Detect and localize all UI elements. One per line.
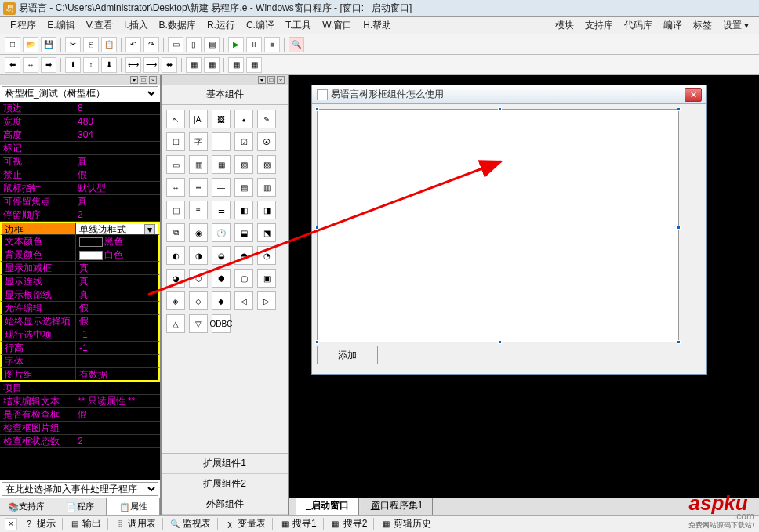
layout2-button[interactable]: ▯ xyxy=(186,37,202,52)
palette-item[interactable]: 字 xyxy=(189,132,208,151)
menu-item[interactable]: 模块 xyxy=(550,18,579,32)
property-value[interactable]: 白色 xyxy=(76,248,158,261)
layout1-button[interactable]: ▭ xyxy=(168,37,183,52)
event-selector[interactable]: 在此处选择加入事件处理子程序 xyxy=(2,482,158,496)
left-tab[interactable]: 📄程序 xyxy=(53,498,107,515)
palette-item[interactable]: ⦿ xyxy=(257,132,276,151)
palette-item[interactable]: ▥ xyxy=(257,178,276,197)
bottom-tab[interactable]: ?提示 xyxy=(19,516,60,532)
pause-button[interactable]: ⏸ xyxy=(246,37,262,52)
palette-item[interactable]: — xyxy=(212,178,231,197)
design-form-window[interactable]: 易语言树形框组件怎么使用 ✕ 添加 xyxy=(311,85,707,375)
palette-item[interactable]: 🕐 xyxy=(212,223,231,242)
left-tab[interactable]: 📚支持库 xyxy=(0,498,53,515)
property-row[interactable]: 高度304 xyxy=(0,128,160,142)
palette-item[interactable]: ☰ xyxy=(212,201,231,219)
palette-item[interactable]: ◑ xyxy=(189,246,208,265)
palette-item[interactable]: ▨ xyxy=(257,155,276,174)
palette-item[interactable]: ☐ xyxy=(166,132,185,151)
property-value[interactable] xyxy=(74,382,160,394)
palette-close-icon[interactable]: × xyxy=(277,76,285,84)
property-row[interactable]: 宽度480 xyxy=(0,115,160,128)
same-size-button[interactable]: ⬌ xyxy=(162,57,177,73)
palette-item[interactable]: ⬔ xyxy=(257,223,276,242)
align-left-button[interactable]: ⬅ xyxy=(5,57,20,73)
bottom-tab[interactable]: χ变量表 xyxy=(220,516,271,532)
menu-item[interactable]: W.窗口 xyxy=(317,18,358,32)
palette-category-tab[interactable]: 扩展组件2 xyxy=(162,474,288,494)
property-row[interactable]: 禁止假 xyxy=(0,168,160,182)
property-value[interactable]: 2 xyxy=(74,435,160,447)
left-tab[interactable]: 📋属性 xyxy=(107,498,160,515)
palette-item[interactable]: ▣ xyxy=(257,269,276,288)
same-height-button[interactable]: ⟶ xyxy=(143,57,159,73)
property-row[interactable]: 行高-1 xyxy=(0,342,160,355)
property-value[interactable]: 假 xyxy=(76,315,158,328)
bottom-tab[interactable]: ▦搜寻1 xyxy=(274,516,321,532)
align-right-button[interactable]: ➡ xyxy=(41,57,56,73)
palette-max-icon[interactable]: □ xyxy=(267,76,275,84)
property-value[interactable]: 真 xyxy=(76,288,158,301)
palette-item[interactable]: ↔ xyxy=(166,178,185,197)
align-middle-button[interactable]: ↕ xyxy=(83,57,99,73)
bottom-close-button[interactable]: × xyxy=(5,518,17,530)
menu-item[interactable]: 支持库 xyxy=(579,18,619,32)
grid2-button[interactable]: ▦ xyxy=(204,57,220,73)
bottom-tab[interactable]: ⦙⦙⦙调用表 xyxy=(110,516,161,532)
find-button[interactable]: 🔍 xyxy=(289,37,304,52)
palette-category-tab[interactable]: 扩展组件1 xyxy=(162,454,288,474)
palette-item[interactable]: ▤ xyxy=(234,178,253,197)
palette-item[interactable]: ⬧ xyxy=(234,110,253,128)
property-value[interactable]: -1 xyxy=(76,342,158,354)
palette-item[interactable]: ≡ xyxy=(189,201,208,219)
menu-item[interactable]: R.运行 xyxy=(202,18,241,32)
palette-item[interactable]: ◔ xyxy=(257,246,276,265)
designer-tab[interactable]: 窗口程序集1 xyxy=(361,496,434,515)
menu-item[interactable]: E.编辑 xyxy=(42,18,80,32)
palette-item[interactable]: ▷ xyxy=(257,291,276,310)
panel-pin-icon[interactable]: ▾ xyxy=(130,76,138,84)
property-row[interactable]: 始终显示选择项假 xyxy=(0,315,160,328)
dropdown-icon[interactable]: ▾ xyxy=(144,224,155,234)
palette-item[interactable]: ◁ xyxy=(234,291,253,310)
property-value[interactable] xyxy=(74,142,160,154)
property-row[interactable]: 图片组有数据 xyxy=(0,368,160,382)
property-value[interactable]: ** 只读属性 ** xyxy=(74,395,160,407)
property-row[interactable]: 显示加减框真 xyxy=(0,262,160,275)
grid4-button[interactable]: ▦ xyxy=(246,57,262,73)
menu-item[interactable]: I.插入 xyxy=(118,18,154,32)
palette-item[interactable]: ┅ xyxy=(189,178,208,197)
palette-item[interactable]: ◨ xyxy=(257,201,276,219)
run-button[interactable]: ▶ xyxy=(228,37,244,52)
palette-item[interactable]: ✎ xyxy=(257,110,276,128)
palette-item[interactable]: ▢ xyxy=(234,269,253,288)
palette-item[interactable]: ▽ xyxy=(189,314,208,333)
property-value[interactable]: 单线边框式▾ xyxy=(76,223,158,234)
palette-item[interactable]: ◇ xyxy=(189,291,208,310)
palette-item[interactable]: ⬓ xyxy=(234,223,253,242)
palette-item[interactable]: — xyxy=(212,132,231,151)
menu-item[interactable]: 标签 xyxy=(688,18,717,32)
palette-item[interactable]: ▧ xyxy=(234,155,253,174)
align-bottom-button[interactable]: ⬇ xyxy=(101,57,117,73)
property-value[interactable]: 假 xyxy=(74,168,160,181)
property-row[interactable]: 文本颜色黑色 xyxy=(0,235,160,248)
property-row[interactable]: 鼠标指针默认型 xyxy=(0,182,160,195)
palette-item[interactable]: ◆ xyxy=(212,291,231,310)
property-row[interactable]: 现行选中项-1 xyxy=(0,328,160,342)
property-row[interactable]: 可停留焦点真 xyxy=(0,195,160,208)
property-row[interactable]: 检查框状态数2 xyxy=(0,435,160,448)
copy-button[interactable]: ⎘ xyxy=(83,37,99,52)
property-row[interactable]: 停留顺序2 xyxy=(0,208,160,222)
property-value[interactable] xyxy=(76,355,158,367)
palette-item[interactable]: ⬡ xyxy=(189,269,208,288)
palette-item[interactable]: ODBC xyxy=(212,314,231,333)
property-row[interactable]: 顶边8 xyxy=(0,102,160,115)
designer-canvas[interactable]: 易语言树形框组件怎么使用 ✕ 添加 xyxy=(289,75,759,498)
same-width-button[interactable]: ⟷ xyxy=(125,57,141,73)
menu-item[interactable]: H.帮助 xyxy=(358,18,397,32)
property-row[interactable]: 边框单线边框式▾ xyxy=(0,222,160,235)
tree-control[interactable] xyxy=(317,109,679,342)
bottom-tab[interactable]: ▦搜寻2 xyxy=(325,516,372,532)
palette-item[interactable]: ◕ xyxy=(166,269,185,288)
